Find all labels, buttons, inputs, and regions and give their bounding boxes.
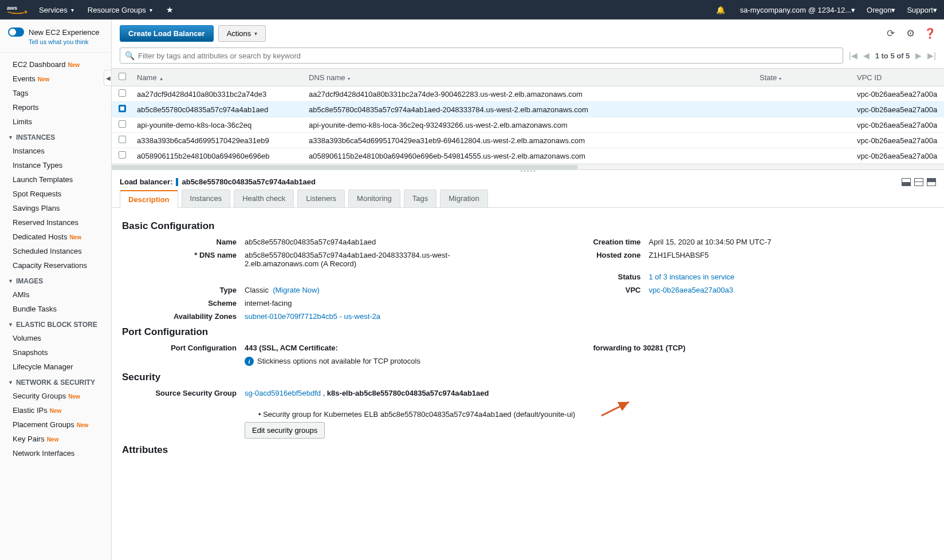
- tab-instances[interactable]: Instances: [182, 190, 231, 207]
- cell-dns: ab5c8e55780c04835a57c974a4ab1aed-2048333…: [304, 102, 755, 117]
- sidebar-head-ebs[interactable]: ▼ELASTIC BLOCK STORE: [0, 316, 111, 331]
- table-row[interactable]: a338a393b6ca54d6995170429ea31eb9 a338a39…: [112, 133, 944, 148]
- sidebar-item[interactable]: Volumes: [0, 331, 111, 345]
- sidebar-item[interactable]: Placement GroupsNew: [0, 417, 111, 432]
- col-dns[interactable]: DNS name▾: [304, 69, 755, 86]
- sidebar-item[interactable]: Instance Types: [0, 158, 111, 172]
- sidebar-item[interactable]: Lifecycle Manager: [0, 360, 111, 374]
- col-name[interactable]: Name▲: [132, 69, 304, 86]
- link-vpc[interactable]: vpc-0b26aea5ea27a00a3: [649, 286, 733, 294]
- aws-logo[interactable]: aws: [7, 3, 27, 16]
- sidebar-item[interactable]: Launch Templates: [0, 172, 111, 187]
- row-checkbox[interactable]: [119, 105, 126, 112]
- feedback-link[interactable]: Tell us what you think: [0, 38, 111, 50]
- tab-migration[interactable]: Migration: [440, 190, 487, 207]
- table-row[interactable]: ab5c8e55780c04835a57c974a4ab1aed ab5c8e5…: [112, 102, 944, 117]
- sidebar-head-instances[interactable]: ▼INSTANCES: [0, 129, 111, 144]
- nav-pin-icon[interactable]: ★: [166, 5, 174, 14]
- sidebar-item[interactable]: Reserved Instances: [0, 215, 111, 230]
- sidebar-item[interactable]: Snapshots: [0, 345, 111, 360]
- sidebar-item[interactable]: Network Interfaces: [0, 446, 111, 460]
- pager-prev-icon[interactable]: ◀: [863, 51, 870, 60]
- value-dns: ab5c8e55780c04835a57c974a4ab1aed-2048333…: [245, 251, 451, 268]
- table-row[interactable]: aa27dcf9d428d410a80b331bc2a74de3 aa27dcf…: [112, 86, 944, 102]
- col-state[interactable]: State▾: [755, 69, 852, 86]
- sidebar-item[interactable]: EC2 DashboardNew: [0, 57, 111, 72]
- pager-next-icon[interactable]: ▶: [915, 51, 922, 60]
- sidebar-collapse-icon[interactable]: ◀: [104, 70, 112, 86]
- layout-top-icon[interactable]: [927, 178, 936, 186]
- value-sg-name: k8s-elb-ab5c8e55780c04835a57c974a4ab1aed: [327, 389, 489, 397]
- refresh-icon[interactable]: ⟳: [884, 27, 897, 40]
- col-vpc[interactable]: VPC ID: [852, 69, 944, 86]
- sidebar-item[interactable]: EventsNew: [0, 72, 111, 86]
- sidebar-item[interactable]: Elastic IPsNew: [0, 403, 111, 417]
- filter-input-wrap: 🔍: [120, 48, 843, 64]
- sidebar-item[interactable]: Bundle Tasks: [0, 302, 111, 316]
- sidebar-item[interactable]: Security GroupsNew: [0, 389, 111, 403]
- table-row[interactable]: api-younite-demo-k8s-loca-36c2eq api-you…: [112, 117, 944, 133]
- new-experience-toggle[interactable]: New EC2 Experience: [0, 25, 111, 38]
- edit-security-groups-button[interactable]: Edit security groups: [245, 422, 325, 439]
- nav-resource-groups[interactable]: Resource Groups▾: [88, 6, 152, 14]
- tab-listeners[interactable]: Listeners: [297, 190, 345, 207]
- label-hosted: Hosted zone: [538, 251, 641, 268]
- pager-last-icon[interactable]: ▶|: [927, 51, 936, 60]
- link-status[interactable]: 1 of 3 instances in service: [649, 273, 735, 281]
- detail-name: ab5c8e55780c04835a57c974a4ab1aed: [182, 178, 316, 186]
- section-attributes-title: Attributes: [122, 444, 934, 456]
- pager-text: 1 to 5 of 5: [875, 52, 910, 60]
- table-horizontal-scrollbar[interactable]: [112, 164, 944, 169]
- sidebar-item[interactable]: Dedicated HostsNew: [0, 230, 111, 244]
- triangle-down-icon: ▼: [8, 322, 13, 328]
- sidebar-item[interactable]: Savings Plans: [0, 201, 111, 215]
- sidebar-item[interactable]: Capacity Reservations: [0, 258, 111, 273]
- nav-account[interactable]: sa-mycompany.com @ 1234-12...▾: [740, 6, 855, 14]
- detail-body: Basic Configuration Name ab5c8e55780c048…: [112, 208, 944, 560]
- create-load-balancer-button[interactable]: Create Load Balancer: [120, 25, 214, 42]
- table-row[interactable]: a058906115b2e4810b0a694960e696eb a058906…: [112, 148, 944, 164]
- nav-support[interactable]: Support▾: [907, 6, 937, 14]
- sidebar-head-images[interactable]: ▼IMAGES: [0, 273, 111, 287]
- sidebar-item[interactable]: Spot Requests: [0, 187, 111, 201]
- value-sg-desc: • Security group for Kubernetes ELB ab5c…: [258, 410, 575, 419]
- pager-first-icon[interactable]: |◀: [849, 51, 858, 60]
- sort-icon: ▾: [348, 76, 350, 81]
- tab-monitoring[interactable]: Monitoring: [348, 190, 400, 207]
- help-icon[interactable]: ❓: [923, 27, 936, 40]
- sidebar-item[interactable]: Reports: [0, 100, 111, 115]
- nav-services[interactable]: Services▾: [39, 6, 74, 14]
- sidebar-item[interactable]: Instances: [0, 144, 111, 158]
- nav-region[interactable]: Oregon▾: [867, 6, 895, 14]
- triangle-down-icon: ▼: [8, 278, 13, 284]
- load-balancer-table: Name▲ DNS name▾ State▾ VPC ID aa27dcf9d4…: [112, 69, 944, 164]
- layout-bottom-icon[interactable]: [902, 178, 911, 186]
- select-all-checkbox[interactable]: [112, 69, 132, 86]
- sidebar-head-netsec[interactable]: ▼NETWORK & SECURITY: [0, 374, 111, 389]
- sidebar-item[interactable]: AMIs: [0, 287, 111, 302]
- link-migrate[interactable]: (Migrate Now): [273, 286, 320, 294]
- toggle-switch-icon[interactable]: [8, 27, 24, 37]
- tab-health-check[interactable]: Health check: [234, 190, 294, 207]
- sidebar-item[interactable]: Limits: [0, 115, 111, 129]
- link-sg[interactable]: sg-0acd5916ebf5ebdfd: [245, 389, 321, 397]
- sidebar-item[interactable]: Scheduled Instances: [0, 244, 111, 258]
- sidebar-item[interactable]: Key PairsNew: [0, 432, 111, 446]
- filter-input[interactable]: [138, 52, 838, 60]
- cell-dns: a058906115b2e4810b0a694960e696eb-5498145…: [304, 148, 755, 164]
- link-az[interactable]: subnet-010e709f7712b4cb5 - us-west-2a: [245, 312, 380, 321]
- sidebar-item[interactable]: Tags: [0, 86, 111, 100]
- row-checkbox[interactable]: [119, 120, 126, 128]
- sidebar: New EC2 Experience Tell us what you thin…: [0, 19, 112, 560]
- value-port-fwd: forwarding to 30281 (TCP): [593, 344, 934, 352]
- label-dns: * DNS name: [122, 251, 237, 268]
- row-checkbox[interactable]: [119, 136, 126, 143]
- row-checkbox[interactable]: [119, 151, 126, 159]
- settings-gear-icon[interactable]: ⚙: [904, 27, 917, 40]
- row-checkbox[interactable]: [119, 89, 126, 97]
- tab-tags[interactable]: Tags: [404, 190, 436, 207]
- layout-split-icon[interactable]: [914, 178, 923, 186]
- actions-button[interactable]: Actions▾: [218, 25, 266, 42]
- tab-description[interactable]: Description: [120, 190, 178, 208]
- nav-notifications[interactable]: 🔔: [716, 6, 729, 14]
